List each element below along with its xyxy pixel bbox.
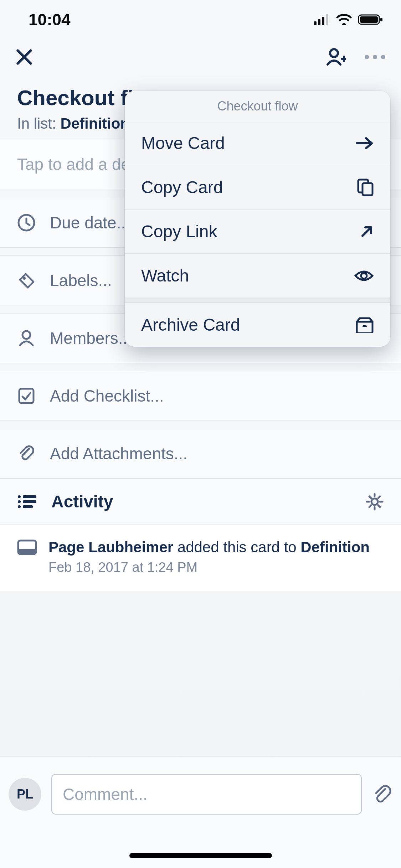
eye-icon <box>354 269 374 283</box>
card-icon <box>17 539 37 555</box>
battery-icon <box>358 14 383 25</box>
list-name: Definition <box>60 115 129 132</box>
svg-rect-20 <box>23 505 33 508</box>
card-actions-popover: Checkout flow Move Card Copy Card Copy L… <box>125 91 390 347</box>
activity-entry: Page Laubheimer added this card to Defin… <box>0 524 401 591</box>
activity-timestamp: Feb 18, 2017 at 1:24 PM <box>48 560 370 575</box>
attachments-row[interactable]: Add Attachments... <box>0 429 401 479</box>
status-bar: 10:04 <box>0 0 401 39</box>
popover-separator <box>125 298 390 303</box>
svg-point-9 <box>373 55 377 59</box>
svg-rect-27 <box>363 325 367 327</box>
nav-bar <box>0 39 401 75</box>
svg-rect-14 <box>19 389 34 403</box>
due-date-label: Due date... <box>50 213 130 232</box>
activity-header: Activity <box>0 479 401 524</box>
svg-point-15 <box>18 495 21 498</box>
checklist-row[interactable]: Add Checklist... <box>0 371 401 421</box>
svg-point-21 <box>371 498 378 505</box>
archive-icon <box>355 317 374 333</box>
copy-icon <box>357 178 374 197</box>
svg-rect-25 <box>363 183 372 195</box>
svg-rect-16 <box>23 495 36 498</box>
comment-input[interactable]: Comment... <box>51 774 362 815</box>
watch-item[interactable]: Watch <box>125 253 390 298</box>
svg-rect-6 <box>380 18 382 21</box>
svg-rect-5 <box>360 16 378 23</box>
svg-rect-2 <box>322 17 324 25</box>
activity-text: Page Laubheimer added this card to Defin… <box>48 537 370 558</box>
labels-label: Labels... <box>50 271 112 290</box>
copy-card-label: Copy Card <box>141 177 223 197</box>
status-time: 10:04 <box>29 10 71 29</box>
checkbox-icon <box>17 387 36 405</box>
svg-point-8 <box>365 55 369 59</box>
move-card-item[interactable]: Move Card <box>125 121 390 165</box>
avatar[interactable]: PL <box>9 778 41 811</box>
svg-rect-1 <box>318 19 320 25</box>
paperclip-icon <box>17 444 36 463</box>
svg-rect-23 <box>18 549 36 554</box>
list-prefix: In list: <box>17 115 60 132</box>
wifi-icon <box>336 14 352 25</box>
svg-rect-3 <box>326 14 328 25</box>
svg-point-13 <box>22 331 30 339</box>
archive-card-item[interactable]: Archive Card <box>125 303 390 347</box>
watch-label: Watch <box>141 266 189 285</box>
members-label: Members... <box>50 329 132 348</box>
move-card-label: Move Card <box>141 133 225 153</box>
svg-rect-18 <box>23 500 36 503</box>
tag-icon <box>17 271 36 290</box>
screen: 10:04 Ch <box>0 0 401 868</box>
cellular-icon <box>314 14 330 25</box>
copy-card-item[interactable]: Copy Card <box>125 165 390 209</box>
svg-point-17 <box>18 500 21 503</box>
more-icon[interactable] <box>363 53 387 61</box>
clock-icon <box>17 213 36 232</box>
svg-point-7 <box>330 49 338 57</box>
activity-icon <box>17 494 37 509</box>
svg-point-19 <box>18 505 21 508</box>
close-icon[interactable] <box>14 47 34 67</box>
add-member-icon[interactable] <box>325 47 346 67</box>
copy-link-item[interactable]: Copy Link <box>125 209 390 253</box>
home-indicator <box>129 853 272 858</box>
archive-card-label: Archive Card <box>141 315 240 335</box>
activity-list: Definition <box>300 539 370 556</box>
svg-point-10 <box>381 55 385 59</box>
gear-icon[interactable] <box>365 492 384 511</box>
activity-label: Activity <box>51 492 113 511</box>
attachments-label: Add Attachments... <box>50 444 187 463</box>
attach-icon[interactable] <box>372 784 392 805</box>
svg-rect-0 <box>314 21 317 25</box>
copy-link-label: Copy Link <box>141 222 217 241</box>
svg-point-26 <box>361 273 367 279</box>
comment-footer: PL Comment... <box>0 756 401 868</box>
person-icon <box>17 329 36 347</box>
arrow-up-right-icon <box>360 224 374 239</box>
popover-title: Checkout flow <box>125 91 390 121</box>
arrow-right-icon <box>355 136 374 150</box>
activity-mid: added this card to <box>173 539 300 556</box>
checklist-label: Add Checklist... <box>50 386 164 405</box>
activity-actor: Page Laubheimer <box>48 539 173 556</box>
svg-point-12 <box>23 277 26 280</box>
status-indicators <box>314 14 383 25</box>
